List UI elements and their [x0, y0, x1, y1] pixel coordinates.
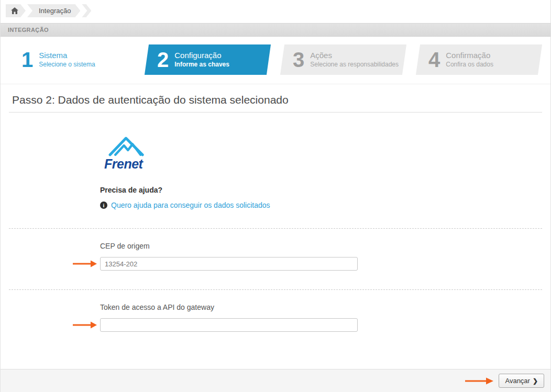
- next-button-label: Avançar: [505, 377, 530, 385]
- footer-bar: Avançar ❯: [1, 369, 550, 392]
- step-subtitle: Selecione as responsabilidades: [310, 61, 399, 69]
- step-1-sistema[interactable]: 1 Sistema Selecione o sistema: [11, 44, 133, 75]
- step-subtitle: Selecione o sistema: [39, 61, 95, 69]
- arrow-right-icon: [72, 260, 97, 268]
- step-title: Configuração: [174, 51, 229, 61]
- integration-wizard-page: Integração INTEGRAÇÃO 1 Sistema Selecion…: [0, 0, 551, 392]
- step-number: 1: [21, 49, 33, 70]
- arrow-right-icon: [72, 321, 97, 329]
- frenet-logo: Frenet: [100, 133, 158, 172]
- arrow-right-icon: [465, 377, 494, 385]
- step-title: Sistema: [39, 51, 95, 61]
- breadcrumb: Integração: [1, 0, 550, 21]
- cep-field-group: CEP de origem: [100, 229, 358, 271]
- breadcrumb-label: Integração: [39, 7, 71, 15]
- help-link[interactable]: Quero ajuda para conseguir os dados soli…: [111, 201, 270, 209]
- next-button[interactable]: Avançar ❯: [499, 374, 544, 388]
- step-title: Ações: [310, 51, 399, 61]
- frenet-mountain-icon: [107, 133, 147, 158]
- section-header-bar: INTEGRAÇÃO: [1, 23, 550, 37]
- step-number: 3: [293, 49, 304, 70]
- token-input[interactable]: [100, 318, 358, 332]
- step-title: Confirmação: [446, 51, 493, 61]
- breadcrumb-home[interactable]: [6, 4, 26, 17]
- step-4-confirmacao: 4 Confirmação Confira os dados: [418, 44, 540, 75]
- token-field-group: Token de acesso a API do gateway: [100, 290, 358, 332]
- section-title: INTEGRAÇÃO: [8, 27, 49, 33]
- cep-label: CEP de origem: [100, 242, 358, 250]
- breadcrumb-separator-icon: [82, 4, 91, 17]
- step-subtitle: Confira os dados: [446, 61, 493, 69]
- token-label: Token de acesso a API do gateway: [100, 303, 358, 311]
- help-title: Precisa de ajuda?: [100, 186, 358, 194]
- cep-input[interactable]: [100, 257, 358, 271]
- info-icon: i: [100, 201, 107, 209]
- step-2-configuracao[interactable]: 2 Configuração Informe as chaves: [147, 44, 269, 75]
- page-title: Passo 2: Dados de autenticação do sistem…: [9, 94, 542, 113]
- home-icon: [11, 7, 18, 14]
- frenet-wordmark: Frenet: [104, 156, 158, 172]
- main-content: Passo 2: Dados de autenticação do sistem…: [1, 84, 550, 369]
- step-number: 2: [157, 49, 169, 70]
- step-subtitle: Informe as chaves: [174, 61, 229, 69]
- breadcrumb-item-integracao[interactable]: Integração: [27, 4, 80, 17]
- chevron-right-icon: ❯: [533, 377, 538, 385]
- step-number: 4: [428, 49, 440, 70]
- step-wizard: 1 Sistema Selecione o sistema 2 Configur…: [1, 37, 550, 84]
- step-3-acoes: 3 Ações Selecione as responsabilidades: [282, 44, 404, 75]
